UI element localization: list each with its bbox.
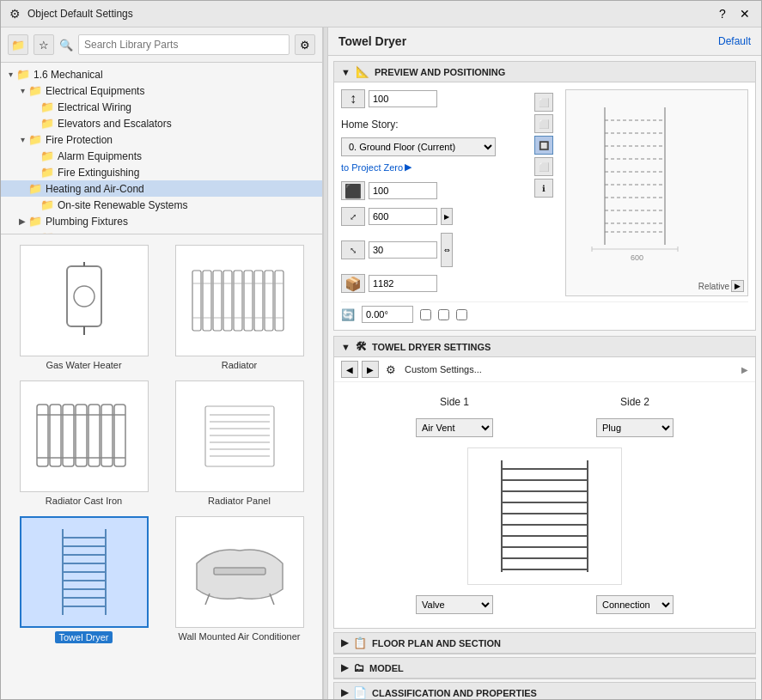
side1-top-select[interactable]: Air Vent Plug Valve Connection	[416, 418, 493, 437]
preview-section: ▼ 📐 PREVIEW AND POSITIONING ↕	[333, 61, 756, 331]
width-input[interactable]	[369, 208, 437, 225]
width-icon: ⤢	[341, 207, 365, 226]
tree-item-alarm[interactable]: 📁 Alarm Equipments	[1, 148, 322, 164]
tree-label-renewable: On-site Renewable Systems	[58, 199, 187, 211]
tree-item-plumbing[interactable]: ▶ 📁 Plumbing Fixtures	[1, 213, 322, 229]
tree-item-renewable[interactable]: 📁 On-site Renewable Systems	[1, 197, 322, 213]
preview-content: ↕ Home Story: 0. Ground Floor (Current)	[334, 82, 755, 330]
classification-header[interactable]: ▶ 📄 CLASSIFICATION AND PROPERTIES	[334, 683, 755, 699]
grid-item-radiator-panel[interactable]: Radiator Panel	[163, 377, 315, 509]
right-panel: Towel Dryer Default ▼ 📐 PREVIEW AND POSI…	[328, 27, 761, 699]
default-link[interactable]: Default	[718, 35, 751, 47]
prev-btn[interactable]: ◀	[341, 361, 358, 378]
settings-expand-arrow: ▼	[341, 342, 351, 352]
floor-plan-arrow: ▶	[341, 637, 348, 648]
right-header: Towel Dryer Default	[328, 27, 761, 56]
floor-plan-header[interactable]: ▶ 📋 FLOOR PLAN AND SECTION	[334, 633, 755, 654]
model-section: ▶ 🗂 MODEL	[333, 657, 756, 679]
grid-panel: Gas Water Heater	[1, 234, 322, 699]
search-input[interactable]	[78, 34, 290, 55]
tree-panel[interactable]: ▾ 📁 1.6 Mechanical ▾ 📁 Electrical Equipm…	[1, 63, 322, 234]
length-input[interactable]	[369, 275, 437, 292]
tree-item-heating[interactable]: 📁 Heating and Air-Cond	[1, 180, 322, 197]
floor-plan-section: ▶ 📋 FLOOR PLAN AND SECTION	[333, 632, 756, 654]
to-project-btn[interactable]: to Project Zero ▶	[341, 161, 411, 173]
search-bar: 📁 ☆ 🔍 ⚙	[1, 27, 322, 63]
model-header[interactable]: ▶ 🗂 MODEL	[334, 658, 755, 679]
svg-rect-19	[88, 405, 100, 466]
depth-input[interactable]	[369, 241, 437, 259]
grid-thumb-radiator	[175, 245, 304, 356]
bottom-dropdowns-row: Valve Plug Air Vent Connection Connectio…	[416, 595, 674, 614]
svg-rect-18	[76, 405, 87, 466]
main-content: 📁 ☆ 🔍 ⚙ ▾ 📁 1.6 Mechanical ▾ 📁 Elect	[1, 27, 761, 699]
svg-rect-21	[114, 405, 125, 466]
mirror-checkbox-2[interactable]	[438, 309, 449, 320]
grid-item-radiator[interactable]: Radiator	[163, 241, 315, 374]
side1-bottom-select[interactable]: Valve Plug Air Vent Connection	[416, 595, 493, 614]
depth-arrow-btn[interactable]: ⇔	[441, 233, 453, 267]
svg-rect-9	[244, 271, 253, 331]
model-label: MODEL	[369, 663, 404, 673]
tree-item-elevators[interactable]: 📁 Elevators and Escalators	[1, 115, 322, 131]
tree-label-mechanical: 1.6 Mechanical	[34, 69, 103, 81]
grid-item-gas-water-heater[interactable]: Gas Water Heater	[8, 241, 160, 374]
side1-label: Side 1	[416, 396, 493, 408]
mirror-checkbox-3[interactable]	[456, 309, 467, 320]
grid-label-gas-water-heater: Gas Water Heater	[46, 360, 121, 370]
grid-item-towel-dryer[interactable]: Towel Dryer	[8, 513, 160, 647]
tree-item-mechanical[interactable]: ▾ 📁 1.6 Mechanical	[1, 66, 322, 82]
gear-button[interactable]: ⚙	[295, 34, 315, 55]
close-button[interactable]: ✕	[737, 6, 753, 21]
side2-top-select[interactable]: Plug Air Vent Valve Connection	[596, 418, 674, 437]
grid-item-wall-ac[interactable]: Wall Mounted Air Conditioner	[163, 513, 315, 647]
view-icon-1[interactable]: ⬜	[534, 93, 553, 112]
grid-label-radiator-cast-iron: Radiator Cast Iron	[46, 496, 122, 506]
help-button[interactable]: ?	[715, 6, 730, 21]
mirror-checkbox-1[interactable]	[420, 309, 431, 320]
view-icon-4[interactable]: ⬜	[534, 157, 553, 176]
left-panel: 📁 ☆ 🔍 ⚙ ▾ 📁 1.6 Mechanical ▾ 📁 Elect	[1, 27, 323, 699]
tree-item-elec-wiring[interactable]: 📁 Electrical Wiring	[1, 99, 322, 115]
view-icon-2[interactable]: ⬜	[534, 114, 553, 133]
tree-label-plumbing: Plumbing Fixtures	[46, 216, 128, 228]
rotation-icon: 🔄	[341, 308, 355, 321]
depth-row: ⤡ ⇔	[341, 233, 522, 267]
star-icon-btn[interactable]: ☆	[34, 34, 54, 55]
svg-rect-16	[50, 405, 61, 466]
grid-item-radiator-cast-iron[interactable]: Radiator Cast Iron	[8, 377, 160, 509]
preview-left-controls: ↕ Home Story: 0. Ground Floor (Current)	[341, 89, 522, 296]
relative-label: Relative	[698, 282, 729, 291]
view-icon-3[interactable]: 🔲	[534, 136, 553, 155]
custom-settings-btn[interactable]: Custom Settings...	[399, 362, 738, 376]
tree-label-elec-equip: Electrical Equipments	[46, 85, 144, 97]
tree-item-fire-ext[interactable]: 📁 Fire Extinguishing	[1, 164, 322, 180]
towel-dryer-visual	[467, 447, 622, 585]
title-bar: ⚙ Object Default Settings ? ✕	[1, 1, 761, 27]
next-btn[interactable]: ▶	[362, 361, 379, 378]
preview-header[interactable]: ▼ 📐 PREVIEW AND POSITIONING	[334, 62, 755, 82]
towel-dryer-settings-header[interactable]: ▼ 🛠 TOWEL DRYER SETTINGS	[334, 337, 755, 357]
height-row: ↕	[341, 89, 522, 108]
svg-rect-20	[101, 405, 113, 466]
tree-item-fire-prot[interactable]: ▾ 📁 Fire Protection	[1, 131, 322, 148]
relative-btn[interactable]: ▶	[731, 280, 744, 292]
tree-label-alarm: Alarm Equipments	[58, 150, 142, 162]
home-story-select[interactable]: 0. Ground Floor (Current) 1. First Floor	[341, 137, 496, 156]
grid-label-radiator-panel: Radiator Panel	[208, 496, 271, 506]
info-icon[interactable]: ℹ	[534, 179, 553, 198]
alt-height-icon: ⬛	[341, 181, 365, 200]
alt-height-input[interactable]	[369, 182, 437, 199]
classification-section: ▶ 📄 CLASSIFICATION AND PROPERTIES	[333, 682, 756, 699]
width-arrow-btn[interactable]: ▶	[441, 208, 453, 225]
svg-rect-5	[203, 271, 211, 331]
rotation-input[interactable]	[362, 306, 413, 323]
right-title: Towel Dryer	[338, 34, 406, 48]
tree-item-elec-equip[interactable]: ▾ 📁 Electrical Equipments	[1, 82, 322, 99]
preview-image: 600 Relative ▶	[565, 89, 748, 296]
folder-icon-btn[interactable]: 📁	[8, 34, 28, 55]
side2-bottom-select[interactable]: Connection Plug Air Vent Valve	[596, 595, 674, 614]
svg-point-1	[74, 286, 94, 307]
height-input[interactable]	[369, 90, 437, 107]
tree-label-fire-prot: Fire Protection	[46, 134, 113, 146]
